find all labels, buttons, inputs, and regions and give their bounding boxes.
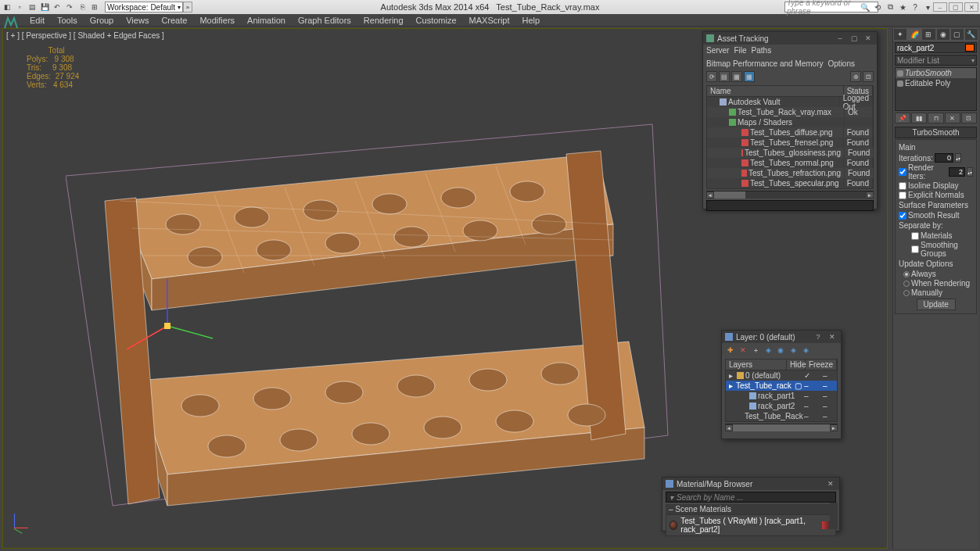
help-icon[interactable]: ?	[910, 2, 921, 13]
close-button[interactable]: ✕	[964, 2, 978, 12]
menu-customize[interactable]: Customize	[410, 14, 463, 26]
asset-row[interactable]: Autodesk VaultLogged Out	[707, 97, 873, 107]
spinner-up-icon[interactable]: ▴▾	[967, 167, 973, 177]
menu-tools[interactable]: Tools	[51, 14, 84, 26]
redo-icon[interactable]: ↷	[64, 2, 75, 13]
asset-col-name[interactable]: Name	[707, 86, 844, 96]
scroll-left-icon[interactable]: ◂	[706, 191, 714, 199]
tab-utilities[interactable]: 🔧	[964, 28, 978, 41]
layer-hide-button[interactable]: ◈	[788, 345, 799, 356]
scroll-right-icon[interactable]: ▸	[866, 191, 874, 199]
modifier-editable-poly[interactable]: Editable Poly	[896, 78, 976, 88]
layer-freeze-cell[interactable]: –	[820, 412, 837, 420]
asset-row[interactable]: Test_Tubes_frensel.pngFound	[707, 138, 873, 148]
favorites-icon[interactable]: ★	[897, 2, 908, 13]
layer-row[interactable]: ▸Test_Tube_rack▢––	[726, 381, 837, 391]
workspace-history-button[interactable]: »	[183, 2, 192, 13]
save-icon[interactable]: 💾	[39, 2, 50, 13]
help-dropdown-icon[interactable]: ▾	[922, 2, 933, 13]
asset-horizontal-scrollbar[interactable]: ◂ ▸	[706, 191, 874, 199]
layer-delete-button[interactable]: ✕	[738, 345, 748, 356]
smooth-result-checkbox[interactable]	[899, 212, 906, 220]
app-menu-icon[interactable]: ◧	[2, 2, 13, 13]
explicit-normals-checkbox[interactable]	[899, 191, 906, 199]
modifier-list-dropdown[interactable]: Modifier List	[895, 55, 977, 66]
asset-row[interactable]: Test_Tube_Rack_vray.maxOk	[707, 107, 873, 117]
asset-tracking-titlebar[interactable]: Asset Tracking – ▢ ✕	[703, 32, 877, 45]
asset-menu-bitmap[interactable]: Bitmap Performance and Memory	[706, 59, 824, 68]
tab-display[interactable]: ▢	[950, 28, 964, 41]
new-icon[interactable]: ▫	[14, 2, 25, 13]
link-icon[interactable]: ⎘	[77, 2, 88, 13]
pin-stack-button[interactable]: 📌	[895, 113, 910, 123]
modifier-stack[interactable]: TurboSmooth Editable Poly	[895, 67, 977, 111]
iterations-spinner[interactable]: 0	[935, 153, 953, 163]
asset-menu-file[interactable]: File	[734, 46, 746, 55]
menu-group[interactable]: Group	[84, 14, 120, 26]
layer-hide-cell[interactable]: –	[801, 381, 820, 390]
panel-maximize-button[interactable]: ▢	[849, 34, 860, 43]
show-end-result-button[interactable]: ▮▮	[911, 113, 927, 123]
rollup-turbosmooth-title[interactable]: TurboSmooth	[895, 127, 977, 138]
settings-icon[interactable]: ⊞	[89, 2, 100, 13]
menu-help[interactable]: Help	[516, 14, 547, 26]
panel-close-button[interactable]: ✕	[863, 34, 874, 43]
scroll-right-icon[interactable]: ▸	[830, 424, 838, 431]
asset-row[interactable]: Test_Tubes_refraction.pngFound	[707, 168, 873, 178]
materials-checkbox[interactable]	[911, 232, 919, 240]
asset-highlight-field[interactable]	[706, 200, 874, 211]
layer-new-button[interactable]: ✚	[725, 345, 736, 356]
layer-hide-cell[interactable]: –	[801, 412, 820, 420]
menu-views[interactable]: Views	[120, 14, 155, 26]
layer-horizontal-scrollbar[interactable]: ◂ ▸	[725, 424, 838, 431]
update-button[interactable]: Update	[917, 299, 956, 310]
tab-hierarchy[interactable]: ⊞	[921, 28, 935, 41]
update-manually-radio[interactable]: Manually	[903, 288, 973, 297]
asset-menu-paths[interactable]: Paths	[752, 46, 772, 55]
asset-row[interactable]: Test_Tubes_glossiness.pngFound	[707, 148, 873, 158]
communication-icon[interactable]: ⟲	[872, 2, 883, 13]
layer-col-hide[interactable]: Hide	[787, 360, 806, 370]
asset-icon-button[interactable]: ⊕	[850, 71, 861, 82]
asset-menu-server[interactable]: Server	[706, 46, 729, 55]
layer-hide-cell[interactable]: –	[801, 402, 820, 410]
render-iters-spinner[interactable]: 2	[949, 167, 965, 177]
open-icon[interactable]: ▤	[27, 2, 38, 13]
menu-graph-editors[interactable]: Graph Editors	[292, 14, 357, 26]
menu-edit[interactable]: Edit	[23, 14, 51, 26]
update-when-rendering-radio[interactable]: When Rendering	[903, 279, 973, 288]
asset-row[interactable]: Maps / Shaders	[707, 117, 873, 127]
exchange-icon[interactable]: ⧉	[885, 2, 896, 13]
viewport-label[interactable]: [ + ] [ Perspective ] [ Shaded + Edged F…	[6, 31, 164, 40]
asset-view1-button[interactable]: ▤	[719, 71, 730, 82]
workspace-selector[interactable]: Workspace: Default	[105, 2, 183, 13]
spinner-up-icon[interactable]: ▴▾	[955, 153, 961, 163]
asset-row[interactable]: Test_Tubes_specular.pngFound	[707, 178, 873, 188]
bulb-icon[interactable]	[897, 81, 903, 87]
bulb-icon[interactable]	[897, 70, 903, 77]
layer-row[interactable]: Test_Tube_Rack––	[726, 411, 837, 421]
menu-modifiers[interactable]: Modifiers	[193, 14, 241, 26]
menu-maxscript[interactable]: MAXScript	[463, 14, 516, 26]
material-titlebar[interactable]: Material/Map Browser ✕	[662, 478, 839, 490]
layer-hide-cell[interactable]: –	[801, 392, 820, 400]
layer-col-freeze[interactable]: Freeze	[806, 360, 837, 370]
layer-freeze-cell[interactable]: –	[820, 371, 837, 380]
layer-row[interactable]: ▸0 (default)✓–	[726, 370, 837, 381]
object-color-chip[interactable]	[965, 44, 975, 52]
menu-animation[interactable]: Animation	[241, 14, 292, 26]
asset-row[interactable]: Test_Tubes_normal.pngFound	[707, 158, 873, 168]
maximize-button[interactable]: ▢	[949, 2, 963, 12]
panel-minimize-button[interactable]: –	[835, 34, 845, 43]
asset-view3-button[interactable]: ▦	[744, 71, 755, 82]
asset-refresh-button[interactable]: ⟳	[706, 71, 717, 82]
modifier-turbosmooth[interactable]: TurboSmooth	[896, 68, 976, 78]
expand-icon[interactable]: ▸	[729, 371, 735, 380]
undo-icon[interactable]: ↶	[52, 2, 63, 13]
asset-row[interactable]: Test_Tubes_diffuse.pngFound	[707, 127, 873, 138]
minimize-button[interactable]: –	[933, 2, 947, 12]
panel-close-button[interactable]: ✕	[825, 479, 836, 488]
layer-row[interactable]: rack_part2––	[726, 401, 837, 411]
tab-modify[interactable]: 🌈	[907, 28, 921, 41]
asset-menu-options[interactable]: Options	[828, 59, 855, 68]
